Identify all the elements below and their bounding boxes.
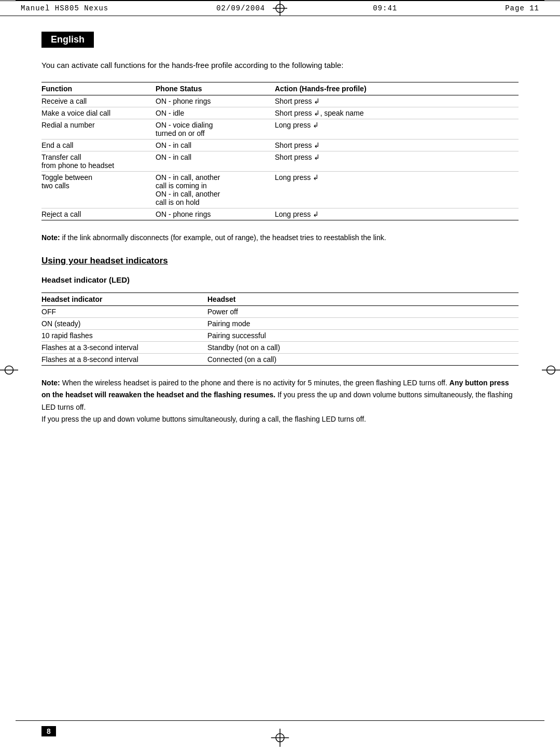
function-table: Function Phone Status Action (Hands-free…	[41, 82, 519, 220]
table-row: Redial a numberON - voice dialingturned …	[41, 119, 519, 140]
sub-heading: Headset indicator (LED)	[41, 275, 519, 284]
page-number: 8	[41, 726, 56, 736]
section-heading: Using your headset indicators	[41, 256, 519, 266]
bottom-border	[16, 720, 544, 721]
table-cell: Reject a call	[41, 208, 156, 220]
page-container: Manuel HS805 Nexus 02/09/2004 09:41 Page…	[0, 0, 560, 752]
col-header-function: Function	[41, 82, 156, 95]
table-row: Make a voice dial callON - idleShort pre…	[41, 107, 519, 119]
header-bar: Manuel HS805 Nexus 02/09/2004 09:41 Page…	[0, 1, 560, 16]
bottom-crosshair-icon	[271, 729, 289, 747]
note2-text1: When the wireless headset is paired to t…	[62, 379, 450, 387]
table-cell: ON (steady)	[41, 318, 207, 330]
table-cell: Power off	[207, 306, 519, 318]
header-crosshair-icon	[273, 1, 287, 16]
table-cell: Toggle betweentwo calls	[41, 172, 156, 208]
note1-label: Note:	[41, 233, 60, 242]
english-badge: English	[41, 32, 94, 48]
table-cell: OFF	[41, 306, 207, 318]
header-left: Manuel HS805 Nexus	[21, 4, 108, 12]
table-cell: Short press ↲	[275, 140, 519, 151]
led-table: Headset indicator Headset OFFPower offON…	[41, 293, 519, 366]
table-cell: Short press ↲, speak name	[275, 107, 519, 119]
content-area: English You can activate call functions …	[0, 16, 560, 446]
note2-paragraph: Note: When the wireless headset is paire…	[41, 377, 519, 425]
table-row: 10 rapid flashesPairing successful	[41, 330, 519, 342]
table-row: OFFPower off	[41, 306, 519, 318]
note1-text: if the link abnormally disconnects (for …	[62, 233, 386, 242]
col-header-phone: Phone Status	[156, 82, 275, 95]
table-cell: Flashes at a 3-second interval	[41, 342, 207, 354]
table-row: Flashes at a 3-second intervalStandby (n…	[41, 342, 519, 354]
table-cell: Redial a number	[41, 119, 156, 140]
note2-label: Note:	[41, 379, 60, 387]
col-header-indicator: Headset indicator	[41, 293, 207, 306]
col-header-action: Action (Hands-free profile)	[275, 82, 519, 95]
table-cell: Receive a call	[41, 95, 156, 107]
table-cell: Short press ↲	[275, 151, 519, 172]
table-cell: Long press ↲	[275, 119, 519, 140]
table-cell: End a call	[41, 140, 156, 151]
header-page: Page 11	[505, 4, 539, 12]
table-row: ON (steady)Pairing mode	[41, 318, 519, 330]
table-row: Toggle betweentwo callsON - in call, ano…	[41, 172, 519, 208]
table-cell: Transfer callfrom phone to headset	[41, 151, 156, 172]
table-cell: ON - in call	[156, 151, 275, 172]
header-time: 09:41	[373, 4, 397, 12]
table-cell: Long press ↲	[275, 172, 519, 208]
col-header-headset: Headset	[207, 293, 519, 306]
table-cell: ON - in call, anothercall is coming inON…	[156, 172, 275, 208]
table-row: End a callON - in callShort press ↲	[41, 140, 519, 151]
table-cell: Pairing successful	[207, 330, 519, 342]
intro-paragraph: You can activate call functions for the …	[41, 59, 519, 72]
table-cell: Flashes at a 8-second interval	[41, 354, 207, 366]
table-cell: Pairing mode	[207, 318, 519, 330]
table-cell: ON - in call	[156, 140, 275, 151]
table-cell: Short press ↲	[275, 95, 519, 107]
header-date: 02/09/2004	[216, 4, 265, 12]
table-row: Transfer callfrom phone to headsetON - i…	[41, 151, 519, 172]
table-cell: ON - phone rings	[156, 208, 275, 220]
note1-paragraph: Note: if the link abnormally disconnects…	[41, 232, 519, 243]
table-cell: Standby (not on a call)	[207, 342, 519, 354]
table-cell: Connected (on a call)	[207, 354, 519, 366]
table-row: Receive a callON - phone ringsShort pres…	[41, 95, 519, 107]
table-cell: ON - idle	[156, 107, 275, 119]
table-cell: ON - voice dialingturned on or off	[156, 119, 275, 140]
table-cell: Long press ↲	[275, 208, 519, 220]
table-cell: Make a voice dial call	[41, 107, 156, 119]
table-row: Reject a callON - phone ringsLong press …	[41, 208, 519, 220]
table-row: Flashes at a 8-second intervalConnected …	[41, 354, 519, 366]
table-cell: 10 rapid flashes	[41, 330, 207, 342]
table-cell: ON - phone rings	[156, 95, 275, 107]
